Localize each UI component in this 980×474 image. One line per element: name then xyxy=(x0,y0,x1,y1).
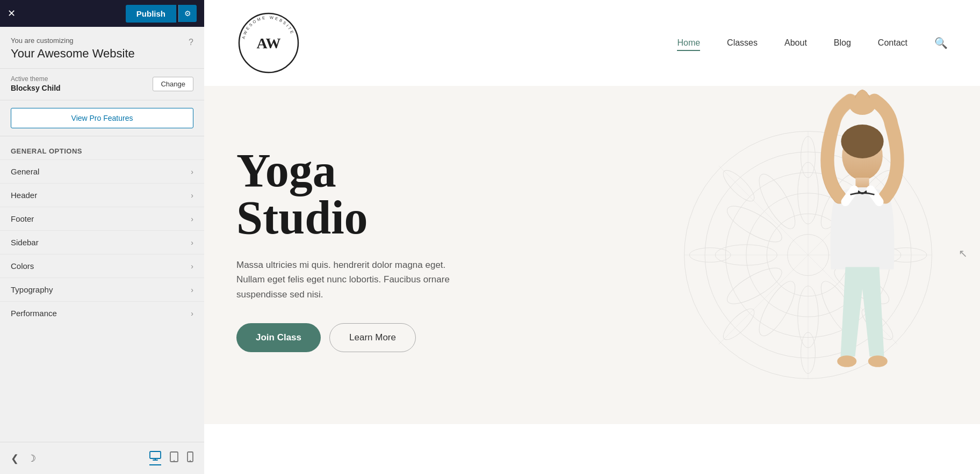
panel-scroll: General Options General › Header › Foote… xyxy=(0,136,204,442)
site-title: Your Awesome Website xyxy=(11,47,135,61)
chevron-icon: › xyxy=(191,191,193,200)
nav-item-classes[interactable]: Classes xyxy=(727,38,758,48)
preview-area: AWESOME WEBSITE AW Home Classes About Bl… xyxy=(204,0,980,474)
menu-item-general[interactable]: General › xyxy=(0,159,204,183)
publish-area: Publish ⚙ xyxy=(126,5,197,23)
menu-item-sidebar-label: Sidebar xyxy=(11,238,39,247)
tablet-icon[interactable] xyxy=(170,451,178,465)
cursor-indicator: ↖ xyxy=(956,247,969,260)
svg-text:AW: AW xyxy=(256,35,280,52)
nav-item-blog[interactable]: Blog xyxy=(834,38,851,48)
menu-item-typography[interactable]: Typography › xyxy=(0,278,204,301)
chevron-icon: › xyxy=(191,167,193,176)
menu-item-header-label: Header xyxy=(11,191,37,200)
logo-area: AWESOME WEBSITE AW xyxy=(236,11,301,75)
mobile-icon[interactable] xyxy=(187,451,193,465)
theme-section: Active theme Blocksy Child Change xyxy=(0,69,204,100)
bottom-bar: ❮ ☽ xyxy=(0,442,204,474)
nav-controls: ❮ ☽ xyxy=(11,453,36,464)
menu-item-colors-label: Colors xyxy=(11,261,34,271)
chevron-icon: › xyxy=(191,309,193,318)
desktop-icon[interactable] xyxy=(149,451,161,465)
moon-button[interactable]: ☽ xyxy=(27,453,36,464)
general-options-heading: General Options xyxy=(0,136,204,159)
pro-features-section: View Pro Features xyxy=(0,100,204,136)
site-header: AWESOME WEBSITE AW Home Classes About Bl… xyxy=(204,0,980,86)
info-section: You are customizing Your Awesome Website… xyxy=(0,27,204,69)
learn-more-button[interactable]: Learn More xyxy=(329,323,416,352)
nav-item-about[interactable]: About xyxy=(784,38,807,48)
yoga-person xyxy=(761,86,964,424)
theme-name: Blocksy Child xyxy=(11,84,61,92)
hero-title: Yoga Studio xyxy=(236,147,505,242)
hero-content: Yoga Studio Massa ultricies mi quis. hen… xyxy=(236,147,505,352)
menu-item-footer[interactable]: Footer › xyxy=(0,207,204,230)
chevron-icon: › xyxy=(191,215,193,223)
hero-buttons: Join Class Learn More xyxy=(236,323,505,352)
join-class-button[interactable]: Join Class xyxy=(236,323,321,352)
hero-section: Yoga Studio Massa ultricies mi quis. hen… xyxy=(204,86,980,424)
device-icons xyxy=(149,451,193,465)
chevron-icon: › xyxy=(191,262,193,271)
search-icon[interactable]: 🔍 xyxy=(934,37,948,49)
pro-features-button[interactable]: View Pro Features xyxy=(11,108,193,128)
top-bar: ✕ Publish ⚙ xyxy=(0,0,204,27)
menu-item-footer-label: Footer xyxy=(11,214,34,223)
svg-point-44 xyxy=(837,355,856,367)
svg-rect-0 xyxy=(150,451,161,458)
menu-item-header[interactable]: Header › xyxy=(0,183,204,207)
change-theme-button[interactable]: Change xyxy=(153,77,193,91)
menu-item-performance-label: Performance xyxy=(11,309,57,318)
chevron-icon: › xyxy=(191,238,193,247)
menu-item-general-label: General xyxy=(11,167,39,176)
publish-button[interactable]: Publish xyxy=(126,5,176,23)
publish-settings-button[interactable]: ⚙ xyxy=(178,5,197,22)
hero-subtitle: Massa ultricies mi quis. hendrerit dolor… xyxy=(236,258,451,302)
site-logo: AWESOME WEBSITE AW xyxy=(236,11,301,75)
menu-item-typography-label: Typography xyxy=(11,285,53,294)
nav-item-home[interactable]: Home xyxy=(677,38,700,48)
hero-image-area xyxy=(475,86,980,424)
svg-point-45 xyxy=(868,355,888,367)
nav-menu: Home Classes About Blog Contact 🔍 xyxy=(677,37,948,49)
theme-label: Active theme xyxy=(11,75,61,83)
customizing-label: You are customizing xyxy=(11,37,135,45)
menu-item-colors[interactable]: Colors › xyxy=(0,254,204,278)
svg-point-41 xyxy=(841,125,883,158)
chevron-icon: › xyxy=(191,286,193,294)
back-arrow-button[interactable]: ❮ xyxy=(11,453,19,464)
svg-point-4 xyxy=(174,460,175,461)
svg-point-6 xyxy=(190,460,191,461)
menu-item-sidebar[interactable]: Sidebar › xyxy=(0,230,204,254)
customizer-panel: ✕ Publish ⚙ You are customizing Your Awe… xyxy=(0,0,204,474)
menu-item-performance[interactable]: Performance › xyxy=(0,301,204,325)
close-button[interactable]: ✕ xyxy=(8,9,16,18)
help-icon[interactable]: ? xyxy=(189,38,193,47)
nav-item-contact[interactable]: Contact xyxy=(878,38,907,48)
